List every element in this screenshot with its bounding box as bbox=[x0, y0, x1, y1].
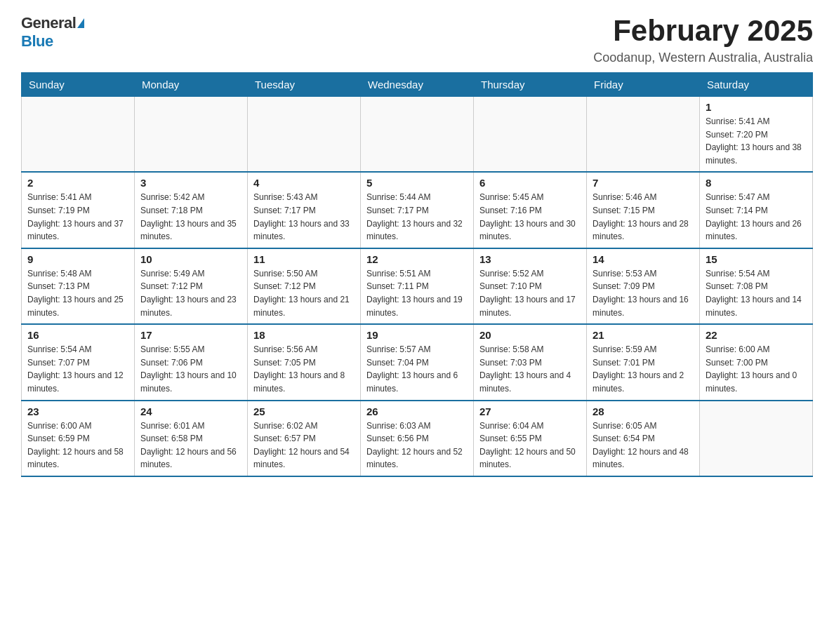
calendar-table: SundayMondayTuesdayWednesdayThursdayFrid… bbox=[21, 72, 813, 477]
calendar-week-row: 23Sunrise: 6:00 AM Sunset: 6:59 PM Dayli… bbox=[22, 401, 813, 476]
calendar-day-cell: 9Sunrise: 5:48 AM Sunset: 7:13 PM Daylig… bbox=[22, 248, 135, 324]
calendar-day-cell: 16Sunrise: 5:54 AM Sunset: 7:07 PM Dayli… bbox=[22, 324, 135, 400]
calendar-header-cell: Tuesday bbox=[248, 73, 361, 97]
day-number: 10 bbox=[140, 253, 241, 265]
day-number: 25 bbox=[253, 405, 355, 417]
day-number: 7 bbox=[593, 177, 694, 189]
day-number: 15 bbox=[706, 253, 807, 265]
day-info: Sunrise: 5:47 AM Sunset: 7:14 PM Dayligh… bbox=[706, 191, 807, 243]
calendar-day-cell: 5Sunrise: 5:44 AM Sunset: 7:17 PM Daylig… bbox=[361, 172, 474, 248]
calendar-day-cell bbox=[474, 97, 587, 173]
day-info: Sunrise: 5:50 AM Sunset: 7:12 PM Dayligh… bbox=[253, 267, 355, 319]
day-info: Sunrise: 5:55 AM Sunset: 7:06 PM Dayligh… bbox=[140, 343, 241, 395]
calendar-day-cell: 27Sunrise: 6:04 AM Sunset: 6:55 PM Dayli… bbox=[474, 401, 587, 476]
calendar-day-cell: 24Sunrise: 6:01 AM Sunset: 6:58 PM Dayli… bbox=[135, 401, 248, 476]
calendar-header-cell: Saturday bbox=[700, 73, 813, 97]
calendar-day-cell: 11Sunrise: 5:50 AM Sunset: 7:12 PM Dayli… bbox=[248, 248, 361, 324]
calendar-day-cell: 20Sunrise: 5:58 AM Sunset: 7:03 PM Dayli… bbox=[474, 324, 587, 400]
calendar-day-cell: 21Sunrise: 5:59 AM Sunset: 7:01 PM Dayli… bbox=[587, 324, 700, 400]
calendar-day-cell: 19Sunrise: 5:57 AM Sunset: 7:04 PM Dayli… bbox=[361, 324, 474, 400]
day-info: Sunrise: 5:54 AM Sunset: 7:08 PM Dayligh… bbox=[706, 267, 807, 319]
calendar-day-cell bbox=[248, 97, 361, 173]
calendar-day-cell: 8Sunrise: 5:47 AM Sunset: 7:14 PM Daylig… bbox=[700, 172, 813, 248]
day-number: 13 bbox=[479, 253, 581, 265]
day-info: Sunrise: 5:43 AM Sunset: 7:17 PM Dayligh… bbox=[253, 191, 355, 243]
calendar-day-cell: 10Sunrise: 5:49 AM Sunset: 7:12 PM Dayli… bbox=[135, 248, 248, 324]
day-info: Sunrise: 5:46 AM Sunset: 7:15 PM Dayligh… bbox=[593, 191, 694, 243]
calendar-day-cell: 14Sunrise: 5:53 AM Sunset: 7:09 PM Dayli… bbox=[587, 248, 700, 324]
day-info: Sunrise: 6:01 AM Sunset: 6:58 PM Dayligh… bbox=[140, 420, 241, 471]
calendar-day-cell bbox=[22, 97, 135, 173]
calendar-day-cell: 18Sunrise: 5:56 AM Sunset: 7:05 PM Dayli… bbox=[248, 324, 361, 400]
calendar-day-cell: 15Sunrise: 5:54 AM Sunset: 7:08 PM Dayli… bbox=[700, 248, 813, 324]
day-number: 27 bbox=[479, 405, 581, 417]
calendar-day-cell: 7Sunrise: 5:46 AM Sunset: 7:15 PM Daylig… bbox=[587, 172, 700, 248]
day-info: Sunrise: 5:44 AM Sunset: 7:17 PM Dayligh… bbox=[366, 191, 468, 243]
day-number: 9 bbox=[27, 253, 128, 265]
day-number: 8 bbox=[706, 177, 807, 189]
day-number: 20 bbox=[479, 329, 581, 341]
calendar-day-cell: 12Sunrise: 5:51 AM Sunset: 7:11 PM Dayli… bbox=[361, 248, 474, 324]
calendar-day-cell: 25Sunrise: 6:02 AM Sunset: 6:57 PM Dayli… bbox=[248, 401, 361, 476]
calendar-day-cell: 6Sunrise: 5:45 AM Sunset: 7:16 PM Daylig… bbox=[474, 172, 587, 248]
day-number: 11 bbox=[253, 253, 355, 265]
day-number: 5 bbox=[366, 177, 468, 189]
day-info: Sunrise: 6:05 AM Sunset: 6:54 PM Dayligh… bbox=[593, 420, 694, 471]
day-number: 23 bbox=[27, 405, 128, 417]
page-subtitle: Coodanup, Western Australia, Australia bbox=[593, 51, 813, 65]
day-number: 16 bbox=[27, 329, 128, 341]
day-info: Sunrise: 6:00 AM Sunset: 7:00 PM Dayligh… bbox=[706, 343, 807, 395]
day-number: 22 bbox=[706, 329, 807, 341]
logo: General Blue bbox=[21, 14, 84, 51]
calendar-header: SundayMondayTuesdayWednesdayThursdayFrid… bbox=[22, 73, 813, 97]
day-info: Sunrise: 5:42 AM Sunset: 7:18 PM Dayligh… bbox=[140, 191, 241, 243]
calendar-day-cell: 13Sunrise: 5:52 AM Sunset: 7:10 PM Dayli… bbox=[474, 248, 587, 324]
calendar-week-row: 1Sunrise: 5:41 AM Sunset: 7:20 PM Daylig… bbox=[22, 97, 813, 173]
day-info: Sunrise: 6:02 AM Sunset: 6:57 PM Dayligh… bbox=[253, 420, 355, 471]
calendar-week-row: 9Sunrise: 5:48 AM Sunset: 7:13 PM Daylig… bbox=[22, 248, 813, 324]
day-number: 21 bbox=[593, 329, 694, 341]
day-info: Sunrise: 5:52 AM Sunset: 7:10 PM Dayligh… bbox=[479, 267, 581, 319]
calendar-day-cell bbox=[587, 97, 700, 173]
calendar-header-cell: Monday bbox=[135, 73, 248, 97]
day-info: Sunrise: 6:03 AM Sunset: 6:56 PM Dayligh… bbox=[366, 420, 468, 471]
calendar-day-cell bbox=[361, 97, 474, 173]
calendar-day-cell bbox=[700, 401, 813, 476]
calendar-day-cell: 4Sunrise: 5:43 AM Sunset: 7:17 PM Daylig… bbox=[248, 172, 361, 248]
day-info: Sunrise: 5:45 AM Sunset: 7:16 PM Dayligh… bbox=[479, 191, 581, 243]
calendar-day-cell: 17Sunrise: 5:55 AM Sunset: 7:06 PM Dayli… bbox=[135, 324, 248, 400]
calendar-day-cell: 2Sunrise: 5:41 AM Sunset: 7:19 PM Daylig… bbox=[22, 172, 135, 248]
calendar-day-cell: 28Sunrise: 6:05 AM Sunset: 6:54 PM Dayli… bbox=[587, 401, 700, 476]
calendar-header-row: SundayMondayTuesdayWednesdayThursdayFrid… bbox=[22, 73, 813, 97]
day-info: Sunrise: 5:54 AM Sunset: 7:07 PM Dayligh… bbox=[27, 343, 128, 395]
day-number: 6 bbox=[479, 177, 581, 189]
day-info: Sunrise: 5:51 AM Sunset: 7:11 PM Dayligh… bbox=[366, 267, 468, 319]
calendar-header-cell: Wednesday bbox=[361, 73, 474, 97]
calendar-day-cell: 22Sunrise: 6:00 AM Sunset: 7:00 PM Dayli… bbox=[700, 324, 813, 400]
day-number: 12 bbox=[366, 253, 468, 265]
page-title: February 2025 bbox=[593, 14, 813, 48]
day-info: Sunrise: 5:59 AM Sunset: 7:01 PM Dayligh… bbox=[593, 343, 694, 395]
calendar-body: 1Sunrise: 5:41 AM Sunset: 7:20 PM Daylig… bbox=[22, 97, 813, 476]
day-info: Sunrise: 5:41 AM Sunset: 7:19 PM Dayligh… bbox=[27, 191, 128, 243]
day-info: Sunrise: 5:56 AM Sunset: 7:05 PM Dayligh… bbox=[253, 343, 355, 395]
calendar-day-cell: 26Sunrise: 6:03 AM Sunset: 6:56 PM Dayli… bbox=[361, 401, 474, 476]
day-number: 1 bbox=[706, 101, 807, 113]
day-number: 3 bbox=[140, 177, 241, 189]
day-number: 17 bbox=[140, 329, 241, 341]
logo-triangle-icon bbox=[77, 18, 84, 28]
logo-blue-text: Blue bbox=[21, 32, 53, 51]
calendar-day-cell: 23Sunrise: 6:00 AM Sunset: 6:59 PM Dayli… bbox=[22, 401, 135, 476]
calendar-header-cell: Thursday bbox=[474, 73, 587, 97]
day-number: 26 bbox=[366, 405, 468, 417]
day-number: 19 bbox=[366, 329, 468, 341]
day-info: Sunrise: 5:53 AM Sunset: 7:09 PM Dayligh… bbox=[593, 267, 694, 319]
calendar-header-cell: Sunday bbox=[22, 73, 135, 97]
calendar-day-cell: 3Sunrise: 5:42 AM Sunset: 7:18 PM Daylig… bbox=[135, 172, 248, 248]
day-info: Sunrise: 6:04 AM Sunset: 6:55 PM Dayligh… bbox=[479, 420, 581, 471]
title-block: February 2025 Coodanup, Western Australi… bbox=[593, 14, 813, 65]
day-number: 4 bbox=[253, 177, 355, 189]
day-number: 18 bbox=[253, 329, 355, 341]
calendar-day-cell: 1Sunrise: 5:41 AM Sunset: 7:20 PM Daylig… bbox=[700, 97, 813, 173]
calendar-week-row: 16Sunrise: 5:54 AM Sunset: 7:07 PM Dayli… bbox=[22, 324, 813, 400]
